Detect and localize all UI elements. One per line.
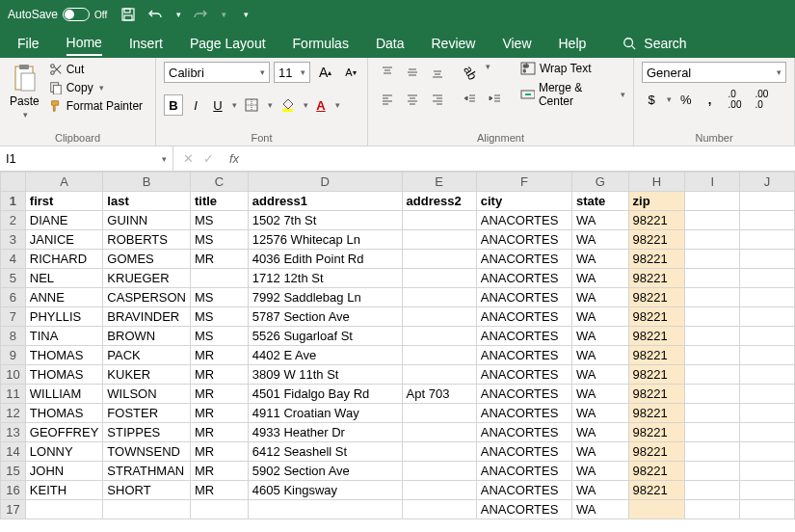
- row-header[interactable]: 5: [1, 269, 26, 288]
- cell[interactable]: 4911 Croatian Way: [248, 404, 402, 423]
- cell[interactable]: ANACORTES: [476, 500, 571, 519]
- cell[interactable]: WA: [572, 481, 629, 500]
- cell[interactable]: STIPPES: [103, 423, 191, 442]
- menu-home[interactable]: Home: [66, 31, 102, 56]
- row-header[interactable]: 9: [1, 346, 26, 365]
- row-header[interactable]: 6: [1, 288, 26, 307]
- redo-icon[interactable]: [193, 7, 208, 22]
- cell[interactable]: [685, 288, 740, 307]
- cell[interactable]: 98221: [628, 307, 685, 327]
- cell[interactable]: JOHN: [25, 462, 103, 481]
- cell[interactable]: [190, 500, 248, 519]
- cell[interactable]: 98221: [628, 327, 685, 346]
- cell[interactable]: GEOFFREY: [25, 423, 103, 442]
- row-header[interactable]: 10: [1, 365, 26, 385]
- underline-button[interactable]: U: [208, 94, 227, 116]
- cell[interactable]: LONNY: [25, 442, 103, 462]
- cell[interactable]: MR: [190, 346, 248, 365]
- cell[interactable]: [740, 211, 795, 230]
- cell[interactable]: ANACORTES: [476, 346, 571, 365]
- paste-button[interactable]: Paste ▾: [8, 62, 41, 121]
- cell[interactable]: WA: [572, 365, 629, 385]
- cell[interactable]: [685, 481, 740, 500]
- cell[interactable]: MR: [190, 385, 248, 404]
- cell[interactable]: 12576 Whitecap Ln: [248, 230, 402, 250]
- cancel-formula-icon[interactable]: ✕: [183, 151, 194, 166]
- menu-insert[interactable]: Insert: [129, 32, 163, 55]
- cell[interactable]: first: [25, 192, 103, 211]
- cell[interactable]: [402, 404, 476, 423]
- col-header-H[interactable]: H: [628, 173, 685, 192]
- align-left-button[interactable]: [376, 89, 399, 110]
- cell[interactable]: [402, 288, 476, 307]
- cell[interactable]: city: [476, 192, 571, 211]
- cell[interactable]: MS: [190, 288, 248, 307]
- cell[interactable]: [190, 269, 248, 288]
- cell[interactable]: MS: [190, 211, 248, 230]
- select-all-corner[interactable]: [1, 173, 26, 192]
- menu-review[interactable]: Review: [432, 32, 476, 55]
- cell[interactable]: 98221: [628, 365, 685, 385]
- increase-indent-button[interactable]: [484, 89, 507, 110]
- comma-format-button[interactable]: ,: [701, 89, 720, 110]
- cell[interactable]: 4501 Fidalgo Bay Rd: [248, 385, 402, 404]
- cell[interactable]: 4036 Edith Point Rd: [248, 250, 402, 269]
- cut-button[interactable]: Cut: [47, 62, 145, 77]
- qat-customize[interactable]: ▾: [244, 10, 249, 19]
- cell[interactable]: THOMAS: [25, 346, 103, 365]
- row-header[interactable]: 15: [1, 462, 26, 481]
- cell[interactable]: 98221: [628, 385, 685, 404]
- increase-decimal-button[interactable]: .0.00: [724, 89, 747, 110]
- cell[interactable]: [685, 192, 740, 211]
- cell[interactable]: last: [103, 192, 191, 211]
- cell[interactable]: [685, 307, 740, 327]
- cell[interactable]: 4605 Kingsway: [248, 481, 402, 500]
- percent-format-button[interactable]: %: [676, 89, 697, 110]
- cell[interactable]: [402, 346, 476, 365]
- cell[interactable]: 98221: [628, 288, 685, 307]
- cell[interactable]: FOSTER: [103, 404, 191, 423]
- cell[interactable]: [685, 346, 740, 365]
- cell[interactable]: [740, 288, 795, 307]
- cell[interactable]: 4402 E Ave: [248, 346, 402, 365]
- cell[interactable]: [402, 442, 476, 462]
- cell[interactable]: WA: [572, 462, 629, 481]
- cell[interactable]: [103, 500, 191, 519]
- menu-help[interactable]: Help: [559, 32, 587, 55]
- cell[interactable]: [685, 327, 740, 346]
- row-header[interactable]: 4: [1, 250, 26, 269]
- cell[interactable]: 98221: [628, 462, 685, 481]
- cell[interactable]: WA: [572, 288, 629, 307]
- cell[interactable]: [685, 211, 740, 230]
- cell[interactable]: 98221: [628, 211, 685, 230]
- cell[interactable]: SHORT: [103, 481, 191, 500]
- paste-dropdown[interactable]: ▾: [23, 110, 28, 120]
- cell[interactable]: [740, 500, 795, 519]
- cell[interactable]: STRATHMAN: [103, 462, 191, 481]
- cell[interactable]: WA: [572, 211, 629, 230]
- cell[interactable]: [402, 327, 476, 346]
- decrease-indent-button[interactable]: [459, 89, 482, 110]
- cell[interactable]: 4933 Heather Dr: [248, 423, 402, 442]
- save-icon[interactable]: [120, 7, 136, 22]
- format-painter-button[interactable]: Format Painter: [47, 98, 145, 114]
- cell[interactable]: [685, 385, 740, 404]
- cell[interactable]: [740, 423, 795, 442]
- cell[interactable]: THOMAS: [25, 404, 103, 423]
- copy-button[interactable]: Copy▾: [47, 80, 145, 95]
- cell[interactable]: ANACORTES: [476, 307, 571, 327]
- cell[interactable]: [402, 307, 476, 327]
- menu-formulas[interactable]: Formulas: [293, 32, 349, 55]
- cell[interactable]: ANACORTES: [476, 250, 571, 269]
- cell[interactable]: TINA: [25, 327, 103, 346]
- cell[interactable]: 98221: [628, 442, 685, 462]
- fx-icon[interactable]: fx: [229, 151, 239, 166]
- cell[interactable]: [685, 404, 740, 423]
- cell[interactable]: MR: [190, 462, 248, 481]
- cell[interactable]: state: [572, 192, 629, 211]
- cell[interactable]: GOMES: [103, 250, 191, 269]
- cell[interactable]: 98221: [628, 230, 685, 250]
- cell[interactable]: [25, 500, 103, 519]
- cell[interactable]: [402, 230, 476, 250]
- cell[interactable]: [685, 250, 740, 269]
